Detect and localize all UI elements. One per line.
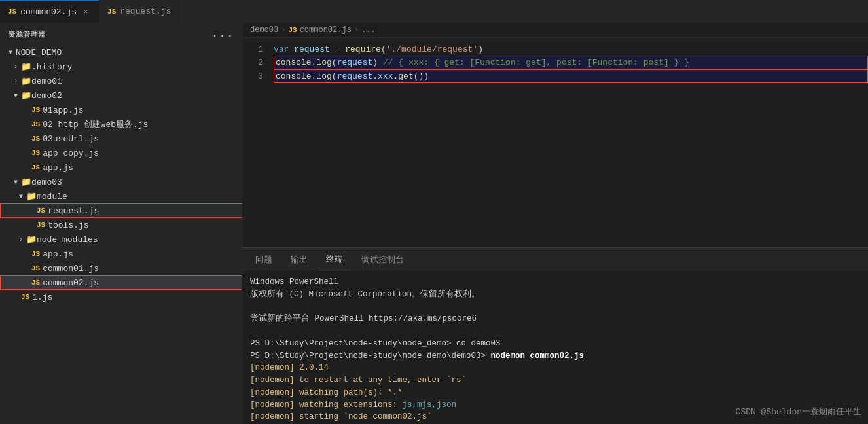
line-number-3: 3 bbox=[242, 70, 274, 82]
sidebar-item-03useUrl[interactable]: JS 03useUrl.js bbox=[0, 132, 242, 146]
terminal-line-5: PS D:\Study\Project\node-study\node_demo… bbox=[250, 350, 860, 362]
sidebar-item-appjs[interactable]: JS app.js bbox=[0, 160, 242, 175]
toolsjs-label: tools.js bbox=[48, 221, 88, 230]
watermark: CSDN @Sheldon一蓑烟雨任平生 bbox=[736, 406, 861, 417]
sidebar-header: 资源管理器 ... bbox=[0, 23, 242, 45]
breadcrumb-js-icon: JS bbox=[288, 26, 297, 34]
editor-area: demo03 › JS common02.js › ... 1 var requ… bbox=[242, 23, 868, 424]
code-line-2: 2 console.log(request) // { xxx: { get: … bbox=[242, 56, 868, 69]
terminal-line-7: [nodemon] to restart at any time, enter … bbox=[250, 374, 860, 387]
03useUrl-js-icon: JS bbox=[31, 135, 40, 143]
tree-root[interactable]: ▼ NODE_DEMO bbox=[0, 45, 242, 60]
sidebar-more-button[interactable]: ... bbox=[211, 28, 234, 40]
requestjs-js-icon: JS bbox=[37, 207, 45, 215]
code-editor[interactable]: 1 var request = require('./module/reques… bbox=[242, 38, 868, 247]
sidebar-item-02http[interactable]: JS 02 http 创建web服务.js bbox=[0, 117, 242, 132]
demo03-label: demo03 bbox=[31, 177, 62, 187]
common01js-label: common01.js bbox=[43, 264, 99, 274]
toolsjs-js-icon: JS bbox=[37, 221, 45, 229]
sidebar-item-demo02[interactable]: ▼ 📁 demo02 bbox=[0, 88, 242, 103]
1js-label: 1.js bbox=[32, 292, 52, 302]
terminal-tabs: 问题 输出 终端 调试控制台 bbox=[242, 248, 868, 271]
code-line-1: 1 var request = require('./module/reques… bbox=[242, 43, 868, 56]
demo03-arrow: ▼ bbox=[10, 179, 21, 186]
terminal-area: 问题 输出 终端 调试控制台 Windows PowerShell 版权所有 (… bbox=[242, 247, 868, 424]
demo03appjs-label: app.js bbox=[43, 249, 73, 259]
line-number-2: 2 bbox=[242, 56, 274, 69]
nodemodules-label: node_modules bbox=[37, 235, 98, 245]
demo02-label: demo02 bbox=[31, 91, 62, 101]
code-line-3: 3 console.log(request.xxx.get()) bbox=[242, 69, 868, 83]
terminal-tab-debug[interactable]: 调试控制台 bbox=[353, 251, 412, 268]
terminal-line-6: [nodemon] 2.0.14 bbox=[250, 362, 860, 374]
code-content-2: console.log(request) // { xxx: { get: [F… bbox=[274, 56, 868, 69]
demo03appjs-js-icon: JS bbox=[31, 250, 40, 258]
history-arrow: › bbox=[10, 63, 21, 71]
root-label: NODE_DEMO bbox=[16, 48, 62, 58]
module-folder-icon: 📁 bbox=[26, 191, 37, 202]
common02js-js-icon: JS bbox=[31, 279, 40, 287]
sidebar-title: 资源管理器 bbox=[8, 29, 46, 39]
demo02-folder-icon: 📁 bbox=[21, 90, 31, 101]
common01js-js-icon: JS bbox=[31, 264, 40, 272]
common02js-label: common02.js bbox=[43, 278, 99, 288]
demo01-label: demo01 bbox=[31, 77, 62, 86]
tab-request[interactable]: JS request.js bbox=[99, 0, 179, 23]
main-area: 资源管理器 ... ▼ NODE_DEMO › 📁 .history › 📁 bbox=[0, 23, 868, 424]
sidebar-item-nodemodules[interactable]: › 📁 node_modules bbox=[0, 232, 242, 247]
breadcrumb-sep2: › bbox=[354, 26, 359, 35]
code-content-3: console.log(request.xxx.get()) bbox=[274, 69, 868, 83]
terminal-tab-terminal[interactable]: 终端 bbox=[318, 251, 351, 268]
sidebar-item-common02js[interactable]: JS common02.js bbox=[0, 275, 242, 290]
terminal-tab-problems[interactable]: 问题 bbox=[247, 251, 280, 268]
breadcrumb-sep1: › bbox=[281, 26, 285, 35]
sidebar-item-history[interactable]: › 📁 .history bbox=[0, 60, 242, 74]
01app-js-icon: JS bbox=[31, 106, 40, 114]
demo01-arrow: › bbox=[10, 78, 21, 85]
appcopy-label: app copy.js bbox=[43, 149, 99, 158]
sidebar-item-common01js[interactable]: JS common01.js bbox=[0, 261, 242, 275]
02http-js-icon: JS bbox=[31, 120, 40, 128]
sidebar-item-demo03appjs[interactable]: JS app.js bbox=[0, 247, 242, 261]
code-content-1: var request = require('./module/request'… bbox=[274, 43, 868, 56]
tab-bar: JS common02.js ✕ JS request.js bbox=[0, 0, 868, 23]
terminal-line-blank2 bbox=[250, 325, 860, 338]
sidebar-item-requestjs[interactable]: JS request.js bbox=[0, 203, 242, 218]
js-icon-request: JS bbox=[107, 8, 116, 16]
appjs-js-icon: JS bbox=[31, 164, 40, 171]
tab-common02[interactable]: JS common02.js ✕ bbox=[0, 0, 99, 23]
js-icon-common02: JS bbox=[8, 8, 16, 16]
history-label: .history bbox=[31, 62, 72, 72]
breadcrumb: demo03 › JS common02.js › ... bbox=[242, 23, 868, 38]
demo03-folder-icon: 📁 bbox=[21, 177, 31, 187]
terminal-line-blank1 bbox=[250, 301, 860, 313]
appcopy-js-icon: JS bbox=[31, 149, 40, 157]
02http-label: 02 http 创建web服务.js bbox=[43, 118, 148, 130]
sidebar-item-demo03[interactable]: ▼ 📁 demo03 bbox=[0, 175, 242, 189]
terminal-content[interactable]: Windows PowerShell 版权所有 (C) Microsoft Co… bbox=[242, 271, 868, 424]
demo01-folder-icon: 📁 bbox=[21, 76, 31, 86]
appjs-label: app.js bbox=[43, 163, 73, 173]
nodemodules-folder-icon: 📁 bbox=[26, 234, 37, 245]
module-arrow: ▼ bbox=[16, 193, 26, 200]
breadcrumb-demo03: demo03 bbox=[250, 26, 278, 35]
sidebar-tree: ▼ NODE_DEMO › 📁 .history › 📁 demo01 ▼ bbox=[0, 45, 242, 424]
03useUrl-label: 03useUrl.js bbox=[43, 134, 99, 144]
tab-request-label: request.js bbox=[120, 7, 171, 16]
breadcrumb-dots: ... bbox=[361, 26, 376, 35]
sidebar-item-demo01[interactable]: › 📁 demo01 bbox=[0, 74, 242, 88]
sidebar-item-toolsjs[interactable]: JS tools.js bbox=[0, 218, 242, 232]
module-label: module bbox=[37, 192, 67, 202]
sidebar-item-appcopy[interactable]: JS app copy.js bbox=[0, 146, 242, 160]
terminal-tab-output[interactable]: 输出 bbox=[283, 251, 316, 268]
sidebar-item-01app[interactable]: JS 01app.js bbox=[0, 103, 242, 117]
history-folder-icon: 📁 bbox=[21, 62, 31, 72]
sidebar-item-module[interactable]: ▼ 📁 module bbox=[0, 189, 242, 203]
terminal-line-4: PS D:\Study\Project\node-study\node_demo… bbox=[250, 338, 860, 350]
tab-common02-label: common02.js bbox=[20, 7, 77, 17]
close-common02-button[interactable]: ✕ bbox=[81, 7, 91, 17]
terminal-line-2: 版权所有 (C) Microsoft Corporation。保留所有权利。 bbox=[250, 289, 860, 301]
nodemodules-arrow: › bbox=[16, 236, 26, 243]
sidebar-item-1js[interactable]: JS 1.js bbox=[0, 290, 242, 304]
terminal-line-8: [nodemon] watching path(s): *.* bbox=[250, 387, 860, 399]
